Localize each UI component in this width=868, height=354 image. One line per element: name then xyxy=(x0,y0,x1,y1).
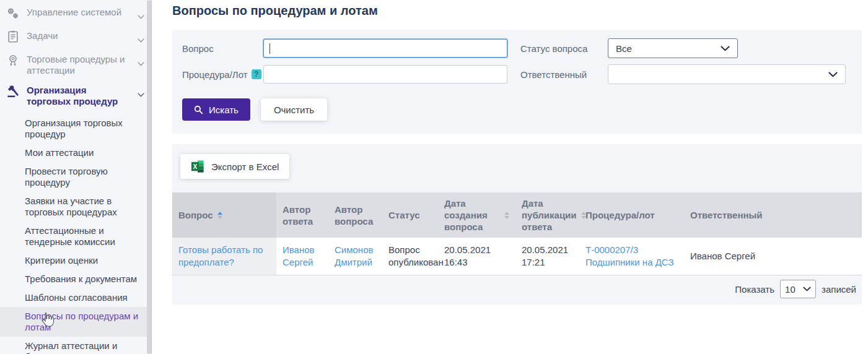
question-filter-input[interactable] xyxy=(263,39,507,58)
column-header-question[interactable]: Вопрос xyxy=(172,192,276,238)
table-row: Готовы работать по предоплате? Иванов Се… xyxy=(172,238,862,275)
cell-question-author: Симонов Дмитрий xyxy=(328,238,382,275)
procedure-filter-input[interactable] xyxy=(263,65,507,84)
sidebar-subitem[interactable]: Требования к документам xyxy=(0,270,152,288)
column-header-procedure[interactable]: Процедура/лот xyxy=(579,192,684,238)
sidebar-scrollbar-thumb[interactable] xyxy=(147,0,151,354)
cell-procedure: Т-0000207/3 Подшипники на ДСЗ xyxy=(579,238,684,275)
sidebar-item-trading-procedures[interactable]: Торговые процедуры и аттестации xyxy=(0,50,152,80)
procedure-link[interactable]: Т-0000207/3 Подшипники на ДСЗ xyxy=(585,244,674,267)
column-header-question-author[interactable]: Автор вопроса xyxy=(328,192,382,238)
sidebar-subitem[interactable]: Шаблоны согласования xyxy=(0,288,152,307)
cell-status: Вопрос опубликован xyxy=(382,238,438,275)
status-filter-label: Статус вопроса xyxy=(520,43,608,54)
chevron-down-icon xyxy=(721,46,730,51)
status-filter-select[interactable]: Все xyxy=(608,38,738,58)
results-panel: X Экспорт в Excel Вопрос Автор о xyxy=(172,144,862,304)
column-header-created[interactable]: Дата создания вопроса xyxy=(438,192,515,238)
chevron-down-icon xyxy=(138,58,144,69)
answer-author-link[interactable]: Иванов Сергей xyxy=(283,244,315,267)
filter-panel: Вопрос Процедура/Лот ? xyxy=(172,30,862,134)
question-filter-label: Вопрос xyxy=(182,43,263,54)
search-button-label: Искать xyxy=(209,105,239,115)
chevron-down-icon xyxy=(138,34,144,45)
export-excel-button[interactable]: X Экспорт в Excel xyxy=(180,154,289,179)
status-filter-value: Все xyxy=(616,43,632,54)
cell-published: 20.05.2021 17:21 xyxy=(515,238,579,275)
sidebar-subitem[interactable]: Заявки на участие в торговых процедурах xyxy=(0,192,152,222)
responsible-filter-select[interactable] xyxy=(608,64,846,84)
sidebar-subitem[interactable]: Мои аттестации xyxy=(0,144,152,162)
gears-icon xyxy=(5,6,21,21)
column-header-answer-author[interactable]: Автор ответа xyxy=(276,192,328,238)
question-link[interactable]: Готовы работать по предоплате? xyxy=(178,244,263,267)
sidebar-nav: Управление системой Задачи xyxy=(0,0,152,354)
sort-icon xyxy=(504,212,509,219)
export-excel-label: Экспорт в Excel xyxy=(211,162,279,172)
sidebar-subitem[interactable]: Аттестационные и тендерные комиссии xyxy=(0,222,152,251)
pagination-show-label: Показать xyxy=(735,284,774,295)
sidebar-subitem[interactable]: Провести торговую процедуру xyxy=(0,162,152,192)
column-header-responsible[interactable]: Ответственный xyxy=(684,192,862,238)
rosette-icon xyxy=(5,53,21,68)
sidebar-item-label: Организация торговых процедур xyxy=(27,85,138,107)
column-header-status[interactable]: Статус xyxy=(382,192,438,238)
chevron-down-icon xyxy=(138,88,144,100)
gavel-icon xyxy=(5,84,21,98)
sidebar-item-tasks[interactable]: Задачи xyxy=(0,26,152,50)
questions-table: Вопрос Автор ответа Автор вопроса Статус… xyxy=(172,192,862,275)
pagination: Показать 10 записей xyxy=(735,280,856,298)
sort-icon xyxy=(217,212,222,219)
clear-button[interactable]: Очистить xyxy=(261,98,327,121)
cell-answer-author: Иванов Сергей xyxy=(276,238,328,275)
sidebar-subitem[interactable]: Критерии оценки xyxy=(0,251,152,270)
page-size-select[interactable]: 10 xyxy=(780,280,816,298)
help-icon[interactable]: ? xyxy=(252,69,261,79)
sidebar-subitem-questions-active[interactable]: Вопросы по процедурам и лотам xyxy=(0,307,152,337)
cell-question: Готовы работать по предоплате? xyxy=(172,238,276,275)
svg-text:X: X xyxy=(193,163,198,170)
chevron-down-icon xyxy=(138,11,144,22)
sidebar-item-system-management[interactable]: Управление системой xyxy=(0,2,152,26)
cell-created: 20.05.2021 16:43 xyxy=(438,238,515,275)
procedure-filter-label: Процедура/Лот ? xyxy=(182,69,263,80)
responsible-filter-label: Ответственный xyxy=(520,69,608,80)
chevron-down-icon xyxy=(803,287,811,291)
page-title: Вопросы по процедурам и лотам xyxy=(172,4,868,18)
sidebar-item-label: Управление системой xyxy=(27,7,138,18)
search-button[interactable]: Искать xyxy=(182,98,250,121)
sidebar-item-label: Торговые процедуры и аттестации xyxy=(27,54,138,76)
search-icon xyxy=(194,105,203,114)
question-author-link[interactable]: Симонов Дмитрий xyxy=(335,244,373,267)
tasks-icon xyxy=(5,30,21,43)
sidebar-sub-menu: Организация торговых процедур Мои аттест… xyxy=(0,114,152,354)
page-size-value: 10 xyxy=(785,284,796,295)
cell-responsible: Иванов Сергей xyxy=(684,238,862,275)
pagination-records-label: записей xyxy=(822,284,856,295)
text-caret xyxy=(270,43,270,54)
sidebar-item-label: Задачи xyxy=(27,30,138,41)
main-content: Вопросы по процедурам и лотам Вопрос Про… xyxy=(152,0,868,354)
sidebar-subitem[interactable]: Журнал аттестации и блокировки контраген… xyxy=(0,337,152,354)
excel-icon: X xyxy=(191,160,204,173)
sidebar: Управление системой Задачи xyxy=(0,0,152,354)
sidebar-item-procedure-organization[interactable]: Организация торговых процедур xyxy=(0,80,152,111)
chevron-down-icon xyxy=(828,72,838,77)
column-header-published[interactable]: Дата публикации ответа xyxy=(515,192,579,238)
table-header-row: Вопрос Автор ответа Автор вопроса Статус… xyxy=(172,192,862,238)
sidebar-subitem[interactable]: Организация торговых процедур xyxy=(0,114,152,144)
